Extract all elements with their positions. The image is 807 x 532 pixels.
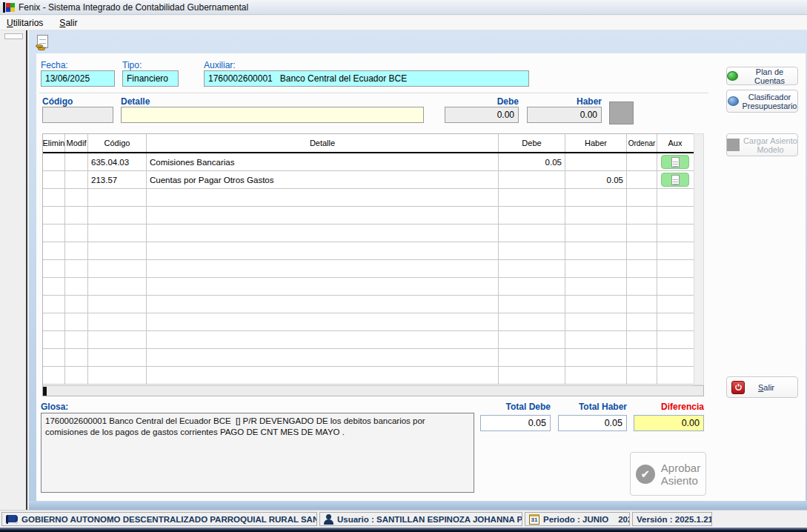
table-row[interactable] <box>43 242 703 260</box>
table-row[interactable] <box>43 313 703 331</box>
cell-ordenar[interactable] <box>627 296 657 313</box>
cell-codigo <box>88 349 147 366</box>
cell-elimin[interactable] <box>43 260 65 277</box>
cell-modif[interactable] <box>65 171 88 188</box>
cell-modif[interactable] <box>65 189 88 206</box>
table-row[interactable] <box>43 349 703 367</box>
table-horizontal-scrollbar[interactable] <box>43 385 703 396</box>
cell-detalle <box>147 296 499 313</box>
cell-ordenar[interactable] <box>627 260 657 277</box>
detalle-input[interactable] <box>121 107 424 123</box>
status-bar: GOBIERNO AUTONOMO DESCENTRALIZADO PARROQ… <box>0 510 807 528</box>
detalle-label: Detalle <box>121 96 150 107</box>
salir-button[interactable]: Salir <box>726 376 798 398</box>
cell-ordenar[interactable] <box>627 331 657 348</box>
table-row[interactable]: 635.04.03Comisiones Bancarias0.05 <box>43 153 703 171</box>
glosa-textarea[interactable]: 1760002600001 Banco Central del Ecuador … <box>41 413 474 493</box>
table-row[interactable] <box>43 331 703 349</box>
cell-modif[interactable] <box>65 278 88 295</box>
cell-modif[interactable] <box>65 349 88 366</box>
cell-elimin[interactable] <box>43 207 65 224</box>
cell-modif[interactable] <box>65 331 88 348</box>
cell-elimin[interactable] <box>43 313 65 330</box>
cell-modif[interactable] <box>65 313 88 330</box>
cell-detalle <box>147 225 499 242</box>
add-entry-button[interactable] <box>609 102 634 124</box>
cell-ordenar[interactable] <box>627 367 657 384</box>
table-row[interactable] <box>43 296 703 313</box>
cell-haber <box>565 189 627 206</box>
auxiliar-field[interactable]: 1760002600001 Banco Central del Ecuador … <box>204 70 529 87</box>
cell-modif[interactable] <box>65 225 88 242</box>
cell-aux <box>657 278 693 295</box>
cell-modif[interactable] <box>65 296 88 313</box>
cargar-asiento-modelo-button[interactable]: Cargar Asiento Modelo <box>726 133 798 156</box>
cell-debe <box>499 171 565 188</box>
panel-grip[interactable] <box>4 33 23 39</box>
cell-aux <box>657 367 693 384</box>
cell-detalle: Cuentas por Pagar Otros Gastos <box>147 171 499 188</box>
cell-elimin[interactable] <box>43 225 65 242</box>
cell-elimin[interactable] <box>43 171 65 188</box>
table-row[interactable] <box>43 278 703 296</box>
cell-ordenar[interactable] <box>627 189 657 206</box>
table-row[interactable] <box>43 367 703 385</box>
calendar-icon: 31 <box>529 514 539 525</box>
cell-ordenar[interactable] <box>627 225 657 242</box>
table-row[interactable] <box>43 260 703 278</box>
table-row[interactable] <box>43 189 703 207</box>
menu-utilitarios[interactable]: Utilitarios <box>7 18 43 28</box>
clasificador-presupuestario-button[interactable]: Clasificador Presupuestario <box>726 90 798 113</box>
codigo-input[interactable] <box>42 107 113 123</box>
cell-modif[interactable] <box>65 153 88 170</box>
clasificador-label-line2: Presupuestario <box>743 102 797 110</box>
haber-input[interactable]: 0.00 <box>527 107 602 123</box>
cell-detalle <box>147 242 499 259</box>
cell-ordenar[interactable] <box>627 207 657 224</box>
aux-button[interactable] <box>661 173 689 187</box>
cell-aux <box>657 296 693 313</box>
cell-debe <box>499 260 565 277</box>
aprobar-asiento-button[interactable]: ✔ Aprobar Asiento <box>630 452 706 496</box>
cell-elimin[interactable] <box>43 331 65 348</box>
header-ordenar: Ordenar <box>627 134 657 152</box>
cell-elimin[interactable] <box>43 296 65 313</box>
cell-ordenar[interactable] <box>627 313 657 330</box>
debe-input[interactable]: 0.00 <box>445 107 519 123</box>
header-haber: Haber <box>565 134 627 152</box>
aux-button[interactable] <box>661 155 689 169</box>
hscroll-thumb[interactable] <box>43 387 47 396</box>
cell-elimin[interactable] <box>43 153 65 170</box>
cell-aux <box>657 225 693 242</box>
plan-de-cuentas-button[interactable]: Plan de Cuentas <box>726 67 798 85</box>
table-vertical-scrollbar[interactable] <box>694 133 704 385</box>
menu-salir[interactable]: Salir <box>59 18 77 28</box>
cell-ordenar[interactable] <box>627 349 657 366</box>
cell-elimin[interactable] <box>43 278 65 295</box>
total-debe-label: Total Debe <box>480 402 551 412</box>
green-sphere-icon <box>727 71 738 81</box>
cell-ordenar[interactable] <box>627 153 657 170</box>
table-row[interactable] <box>43 225 703 242</box>
cell-modif[interactable] <box>65 260 88 277</box>
diferencia-label: Diferencia <box>634 402 704 412</box>
cell-ordenar[interactable] <box>627 171 657 188</box>
cell-modif[interactable] <box>65 242 88 259</box>
cell-modif[interactable] <box>65 207 88 224</box>
cell-debe: 0.05 <box>499 153 565 170</box>
fecha-field[interactable]: 13/06/2025 <box>41 70 115 87</box>
status-entity-panel: GOBIERNO AUTONOMO DESCENTRALIZADO PARROQ… <box>1 512 317 526</box>
tipo-field[interactable]: Financiero <box>122 70 179 87</box>
cell-ordenar[interactable] <box>627 278 657 295</box>
status-version-panel: Versión : 2025.1.21 <box>632 512 712 526</box>
cell-debe <box>499 189 565 206</box>
gray-square-icon <box>727 139 740 151</box>
cell-elimin[interactable] <box>43 367 65 384</box>
cell-ordenar[interactable] <box>627 242 657 259</box>
cell-modif[interactable] <box>65 367 88 384</box>
cell-elimin[interactable] <box>43 242 65 259</box>
cell-elimin[interactable] <box>43 189 65 206</box>
cell-elimin[interactable] <box>43 349 65 366</box>
table-row[interactable]: 213.57Cuentas por Pagar Otros Gastos0.05 <box>43 171 703 189</box>
table-row[interactable] <box>43 207 703 225</box>
